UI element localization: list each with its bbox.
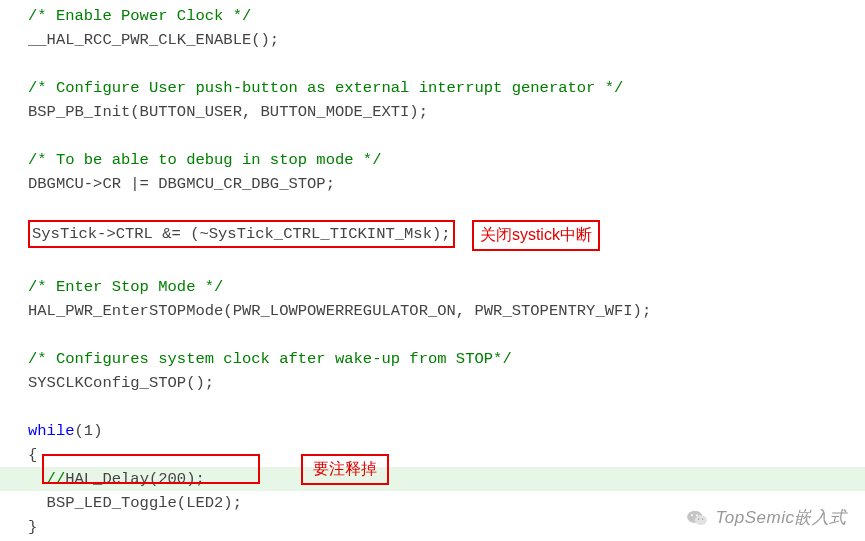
statement: BSP_LED_Toggle(LED2);: [47, 494, 242, 512]
comment: /* Configures system clock after wake-up…: [28, 350, 512, 368]
svg-point-4: [697, 518, 698, 519]
highlight-box-systick: SysTick->CTRL &= (~SysTick_CTRL_TICKINT_…: [28, 220, 455, 248]
statement: BSP_PB_Init(BUTTON_USER, BUTTON_MODE_EXT…: [28, 103, 428, 121]
annotation-label-1: 关闭systick中断: [472, 220, 600, 251]
comment: /* Enter Stop Mode */: [28, 278, 223, 296]
code-line: /* Configure User push-button as externa…: [0, 76, 865, 100]
comment: /* Configure User push-button as externa…: [28, 79, 623, 97]
comment-slashes: //: [47, 470, 66, 488]
code-line: SysTick->CTRL &= (~SysTick_CTRL_TICKINT_…: [0, 220, 865, 251]
blank-line: [0, 52, 865, 76]
literal-one: 1: [84, 422, 93, 440]
blank-line: [0, 251, 865, 275]
statement: __HAL_RCC_PWR_CLK_ENABLE();: [28, 31, 279, 49]
code-line: {: [0, 443, 865, 467]
blank-line: [0, 323, 865, 347]
statement: HAL_PWR_EnterSTOPMode(PWR_LOWPOWERREGULA…: [28, 302, 651, 320]
comment: /* Enable Power Clock */: [28, 7, 251, 25]
annotation-label-2: 要注释掉: [301, 454, 389, 485]
svg-point-3: [696, 514, 698, 516]
code-block: /* Enable Power Clock */ __HAL_RCC_PWR_C…: [0, 0, 865, 539]
blank-line: [0, 124, 865, 148]
code-line: while(1): [0, 419, 865, 443]
comment: /* To be able to debug in stop mode */: [28, 151, 381, 169]
paren: (: [75, 422, 84, 440]
watermark: TopSemic嵌入式: [686, 505, 847, 531]
code-line: BSP_PB_Init(BUTTON_USER, BUTTON_MODE_EXT…: [0, 100, 865, 124]
code-line: /* Configures system clock after wake-up…: [0, 347, 865, 371]
code-line: /* Enter Stop Mode */: [0, 275, 865, 299]
brace: {: [28, 446, 37, 464]
code-line: SYSCLKConfig_STOP();: [0, 371, 865, 395]
code-line: __HAL_RCC_PWR_CLK_ENABLE();: [0, 28, 865, 52]
wechat-icon: [686, 507, 708, 529]
svg-point-2: [691, 514, 693, 516]
code-line: HAL_PWR_EnterSTOPMode(PWR_LOWPOWERREGULA…: [0, 299, 865, 323]
code-line-highlighted: //HAL_Delay(200);: [0, 467, 865, 491]
statement: SysTick->CTRL &= (~SysTick_CTRL_TICKINT_…: [32, 225, 451, 243]
code-line: /* To be able to debug in stop mode */: [0, 148, 865, 172]
svg-point-5: [701, 518, 702, 519]
watermark-text: TopSemic嵌入式: [716, 505, 847, 531]
statement: HAL_Delay(200);: [65, 470, 205, 488]
code-line: /* Enable Power Clock */: [0, 4, 865, 28]
keyword-while: while: [28, 422, 75, 440]
paren: ): [93, 422, 102, 440]
svg-point-1: [694, 515, 706, 525]
statement: SYSCLKConfig_STOP();: [28, 374, 214, 392]
blank-line: [0, 196, 865, 220]
brace: }: [28, 518, 37, 536]
blank-line: [0, 395, 865, 419]
code-line: DBGMCU->CR |= DBGMCU_CR_DBG_STOP;: [0, 172, 865, 196]
statement: DBGMCU->CR |= DBGMCU_CR_DBG_STOP;: [28, 175, 335, 193]
